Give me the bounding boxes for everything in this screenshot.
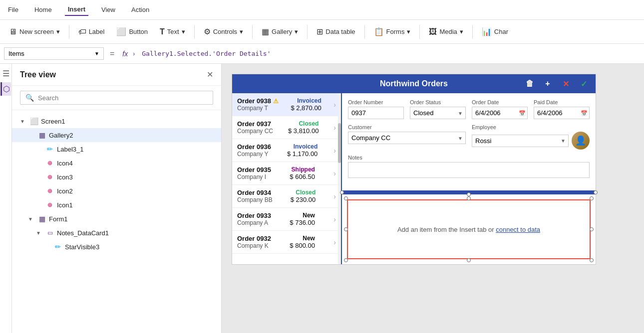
order-0935-num: Order 0935 (237, 166, 271, 173)
formula-input[interactable] (138, 48, 640, 59)
gallery-item-0935[interactable]: Order 0935 Company I Shipped $ 606.50 › (232, 162, 341, 185)
property-select-value: Items (8, 50, 24, 57)
charts-button[interactable]: 📊 Char (477, 24, 513, 39)
forms-arrow: ▾ (407, 28, 410, 35)
selection-handle-right[interactable] (594, 190, 598, 194)
hamburger-icon[interactable]: ☰ (2, 69, 9, 78)
new-screen-label: New screen (19, 28, 54, 35)
tree-item-icon3[interactable]: ⊕ Icon3 (12, 170, 221, 184)
forms-button[interactable]: 📋 Forms ▾ (369, 24, 416, 39)
handle-tr[interactable] (590, 196, 594, 200)
tree-item-screen1[interactable]: ▼ ⬜ Screen1 (12, 114, 221, 128)
order-status-select[interactable]: Closed (410, 107, 466, 119)
tree-label-icon4: Icon4 (57, 160, 73, 167)
handle-tc[interactable] (467, 196, 471, 200)
gallery-item-0936[interactable]: Order 0936 Company Y Invoiced $ 1,170.00… (232, 139, 341, 162)
notes-textarea[interactable] (348, 162, 590, 178)
media-button[interactable]: 🖼 Media ▾ (424, 25, 468, 39)
order-number-label: Order Number (348, 99, 404, 105)
handle-tl[interactable] (344, 196, 348, 200)
handle-mr[interactable] (590, 227, 594, 231)
order-0937-num: Order 0937 (237, 120, 273, 128)
charts-icon: 📊 (482, 27, 492, 36)
tree-item-notes-datacard[interactable]: ▼ ▭ Notes_DataCard1 (12, 226, 221, 240)
caret-screen1: ▼ (20, 119, 27, 124)
gallery-item-0933[interactable]: Order 0933 Company A New $ 736.00 › (232, 208, 341, 231)
trash-icon[interactable]: 🗑 (523, 77, 537, 91)
detail-row-1: Order Number Order Status Closed (348, 99, 590, 119)
tree-item-icon1[interactable]: ⊕ Icon1 (12, 198, 221, 212)
menu-file[interactable]: File (5, 4, 21, 15)
order-0932-num: Order 0932 (237, 235, 271, 242)
tree-item-form1[interactable]: ▼ ▦ Form1 (12, 212, 221, 226)
gallery-button[interactable]: ▦ Gallery ▾ (257, 24, 303, 39)
gallery-item-0933-right: New $ 736.00 (290, 212, 315, 226)
connect-data-link[interactable]: connect to data (496, 226, 540, 233)
formula-bar: Items ▼ = fx › (0, 44, 644, 64)
menu-home[interactable]: Home (31, 4, 55, 15)
order-number-input[interactable] (348, 107, 404, 119)
menu-view[interactable]: View (98, 4, 118, 15)
tree-item-starvisible3[interactable]: ✏ StarVisible3 (12, 240, 221, 254)
handle-ml[interactable] (344, 227, 348, 231)
new-screen-button[interactable]: 🖥 New screen ▾ (4, 25, 65, 39)
sep1 (69, 25, 69, 39)
menu-insert[interactable]: Insert (65, 3, 88, 16)
add-icon[interactable]: + (541, 77, 555, 91)
tree-item-icon2[interactable]: ⊕ Icon2 (12, 184, 221, 198)
gallery-item-0938-left: Order 0938 ⚠ Company T (237, 97, 279, 112)
label-button[interactable]: 🏷 Label (73, 25, 110, 39)
chevron-0932: › (333, 238, 336, 246)
gallery-item-0934[interactable]: Order 0934 Company BB Closed $ 230.00 › (232, 185, 341, 208)
tree-label-notes-datacard: Notes_DataCard1 (57, 229, 109, 237)
text-arrow: ▾ (182, 28, 185, 35)
handle-bc[interactable] (467, 258, 471, 262)
gallery-item-0934-right: Closed $ 230.00 (291, 189, 316, 203)
controls-icon: ⚙ (204, 27, 211, 36)
text-button[interactable]: T Text ▾ (155, 25, 190, 39)
gallery-item-0935-right: Shipped $ 606.50 (290, 166, 315, 180)
formula-chevron: › (133, 50, 135, 57)
gallery-item-0937[interactable]: Order 0937 Company CC Closed $ 3,810.00 … (232, 116, 341, 139)
button-icon: ⬜ (116, 27, 126, 36)
selection-handle-left[interactable] (340, 190, 344, 194)
gallery-scrollbar[interactable] (338, 93, 341, 264)
gallery-item-0938[interactable]: Order 0938 ⚠ Company T Invoiced $ 2,870.… (232, 93, 341, 116)
sidebar: Tree view ✕ 🔍 ▼ ⬜ Screen1 ▦ Gallery2 (12, 64, 222, 333)
chevron-0936: › (333, 147, 336, 155)
chevron-0934: › (333, 192, 336, 200)
gallery-item-0933-left: Order 0933 Company A (237, 212, 271, 226)
order-date-field: Order Date (472, 99, 528, 119)
order-date-input[interactable] (472, 107, 528, 119)
button-button[interactable]: ⬜ Button (111, 24, 153, 39)
tree-item-label3-1[interactable]: ✏ Label3_1 (12, 142, 221, 156)
sidebar-close-button[interactable]: ✕ (207, 70, 213, 79)
layers-icon[interactable]: ⬡ (0, 82, 11, 96)
app-header: Northwind Orders 🗑 + ✕ ✓ (232, 74, 596, 93)
close-icon[interactable]: ✕ (559, 77, 573, 91)
gallery-item-0932[interactable]: Order 0932 Company K New $ 800.00 › (232, 231, 341, 254)
tree-item-gallery2[interactable]: ▦ Gallery2 (12, 128, 221, 142)
detail-row-3: Notes (348, 155, 590, 179)
data-table-label: Data table (325, 28, 355, 35)
company-0936: Company Y (237, 151, 271, 158)
handle-bl[interactable] (344, 258, 348, 262)
paid-date-input[interactable] (534, 107, 590, 119)
menu-action[interactable]: Action (128, 4, 152, 15)
tree-item-icon4[interactable]: ⊕ Icon4 (12, 156, 221, 170)
customer-select[interactable]: Company CC (348, 132, 466, 144)
fx-label: fx (120, 50, 130, 58)
property-select[interactable]: Items ▼ (4, 47, 104, 60)
data-table-button[interactable]: ⊞ Data table (312, 24, 360, 39)
controls-button[interactable]: ⚙ Controls ▾ (199, 24, 248, 39)
chevron-0937: › (333, 124, 336, 132)
sep6 (419, 25, 420, 39)
search-box: 🔍 (20, 91, 213, 105)
customer-field: Customer Company CC (348, 124, 466, 150)
employee-select[interactable]: Rossi (472, 135, 569, 147)
check-icon[interactable]: ✓ (577, 77, 591, 91)
icon1-icon: ⊕ (45, 200, 55, 210)
search-input[interactable] (38, 94, 208, 102)
paid-date-wrapper (534, 107, 590, 119)
handle-br[interactable] (590, 258, 594, 262)
